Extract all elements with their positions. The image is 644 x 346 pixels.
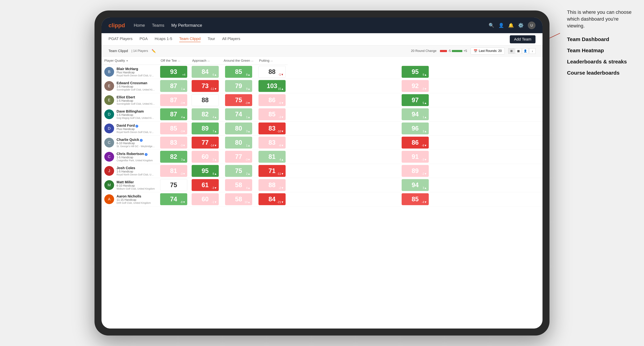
score-change: 1▲	[246, 116, 250, 119]
player-info: Elliot Ebert 1-5 Handicap Sunningdale Go…	[116, 95, 155, 105]
score-cell-off_tee: 73 -11▼	[189, 79, 221, 93]
sub-nav-tour[interactable]: Tour	[208, 36, 215, 42]
score-change: 1▲	[246, 144, 250, 147]
team-name: Team Clippd	[108, 49, 128, 53]
score-box: 82 4▲	[192, 108, 219, 120]
table-row[interactable]: B Blair McHarg Plus Handicap Royal North…	[102, 65, 542, 79]
sort-arrow-green[interactable]: —	[251, 59, 254, 62]
score-cell-around_green: 85 -3▼	[256, 107, 288, 121]
player-avatar: M	[104, 180, 114, 190]
search-icon[interactable]: 🔍	[488, 23, 494, 28]
sub-nav-allplayers[interactable]: All Players	[222, 36, 240, 42]
player-info: Dave Billingham 1-5 Handicap Gog Magog G…	[116, 109, 155, 119]
player-club: Royal North Devon Golf Club, United King…	[116, 173, 155, 176]
view-grid-button[interactable]: ⊞	[508, 48, 514, 54]
view-heatmap-button[interactable]: ▦	[515, 48, 522, 54]
player-avatar: C	[104, 138, 114, 148]
nav-link-teams[interactable]: Teams	[152, 23, 164, 28]
score-value: 74	[170, 195, 177, 203]
table-row[interactable]: E Edward Crossman 1-5 Handicap Sunningda…	[102, 79, 542, 93]
profile-icon[interactable]: 👤	[498, 23, 504, 28]
score-value: 103	[267, 82, 277, 90]
user-avatar[interactable]: U	[528, 21, 536, 29]
score-cell-putting: 85 -4▼	[288, 192, 542, 206]
nav-link-home[interactable]: Home	[134, 23, 145, 28]
score-value: 81	[268, 153, 276, 161]
view-user-button[interactable]: 👤	[522, 48, 528, 54]
table-row[interactable]: C Charlie Quick✓ 6-10 Handicap St. Georg…	[102, 136, 542, 150]
score-cell-off_tee: 61 -3▼	[189, 178, 221, 192]
score-change: 10▲	[244, 201, 250, 204]
sub-nav-teamclippd[interactable]: Team Clippd	[179, 36, 200, 42]
view-download-button[interactable]: ↓	[529, 48, 536, 54]
score-change: 3▲	[246, 130, 250, 133]
heatmap-table: Player Quality ▼ Off the Tee — Approach …	[102, 57, 542, 206]
player-club: Royal North Devon Golf Club, United King…	[116, 131, 155, 134]
score-cell-putting: 94 3▲	[288, 178, 542, 192]
last-rounds-button[interactable]: 📅 Last Rounds: 20	[470, 47, 505, 54]
score-value: 85	[412, 195, 418, 203]
score-change: -1▼	[278, 73, 284, 76]
player-handicap: Plus Handicap	[116, 71, 155, 74]
score-box: 77 -3▼	[225, 151, 252, 163]
player-info: Chris Robertson✓ 1-5 Handicap Craigmilla…	[116, 152, 155, 162]
score-change: 8▲	[212, 172, 217, 175]
score-value: 94	[412, 111, 418, 118]
edit-icon[interactable]: ✏️	[152, 49, 156, 53]
round-change-label: 20 Round Change	[411, 49, 436, 53]
score-box: 58 10▲	[225, 193, 252, 205]
score-box: 80 3▲	[225, 123, 252, 134]
table-row[interactable]: C Chris Robertson✓ 1-5 Handicap Craigmil…	[102, 150, 542, 164]
score-change: 4▲	[280, 158, 284, 161]
sort-arrow-approach[interactable]: —	[208, 59, 210, 62]
player-handicap: 11-15 Handicap	[116, 198, 155, 201]
bar-neg	[440, 50, 447, 52]
player-name: Josh Coles	[116, 166, 155, 170]
score-value: 61	[202, 181, 208, 189]
player-club: Gog Magog Golf Club, United Kingdom	[116, 117, 155, 119]
player-club: Craigmillar Park, United Kingdom	[116, 159, 155, 162]
sort-arrow-tee[interactable]: —	[178, 59, 180, 62]
add-team-button[interactable]: Add Team	[510, 35, 536, 43]
table-row[interactable]: D Dave Billingham 1-5 Handicap Gog Magog…	[102, 107, 542, 121]
score-cell-player_quality: 87 1▲	[158, 79, 189, 93]
table-row[interactable]: M Matt Miller 6-10 Handicap Woburn Golf …	[102, 178, 542, 192]
score-cell-around_green: 71 -11▼	[256, 164, 288, 178]
player-name: Elliot Ebert	[116, 95, 155, 99]
bell-icon[interactable]: 🔔	[508, 23, 514, 28]
sub-nav-hcaps[interactable]: Hcaps 1-5	[155, 36, 172, 42]
annotation-item-1: Team Dashboard	[567, 36, 634, 42]
player-cell-5: C Charlie Quick✓ 6-10 Handicap St. Georg…	[102, 136, 158, 150]
sort-arrow-putting[interactable]: —	[270, 59, 273, 62]
sub-nav-pga[interactable]: PGA	[140, 36, 148, 42]
nav-link-myperformance[interactable]: My Performance	[171, 23, 202, 28]
score-value: 94	[412, 181, 418, 189]
table-row[interactable]: A Aaron Nicholls 11-15 Handicap Drift Go…	[102, 192, 542, 206]
table-row[interactable]: E Elliot Ebert 1-5 Handicap Sunningdale …	[102, 93, 542, 107]
table-row[interactable]: J Josh Coles 1-5 Handicap Royal North De…	[102, 164, 542, 178]
score-value: 82	[202, 111, 208, 118]
score-cell-approach: 74 1▲	[221, 107, 256, 121]
view-buttons: ⊞ ▦ 👤 ↓	[508, 48, 536, 54]
score-box: 74 -8▼	[160, 193, 187, 205]
score-cell-putting: 94 1▲	[288, 107, 542, 121]
score-box: 58 4▲	[225, 179, 252, 191]
player-cell-7: J Josh Coles 1-5 Handicap Royal North De…	[102, 164, 158, 178]
col-approach: Approach —	[189, 57, 221, 65]
score-cell-player_quality: 93 +4	[158, 65, 189, 79]
settings-icon[interactable]: ⚙️	[518, 23, 524, 28]
score-value: 88	[202, 96, 208, 104]
score-cell-player_quality: 87 -3▼	[158, 93, 189, 107]
score-cell-player_quality: 74 -8▼	[158, 192, 189, 206]
player-cell-1: E Edward Crossman 1-5 Handicap Sunningda…	[102, 79, 158, 93]
sub-nav-pgat[interactable]: PGAT Players	[108, 36, 132, 42]
sort-arrow[interactable]: ▼	[126, 59, 128, 62]
score-box: 85 -4▼	[402, 193, 429, 205]
player-handicap: 1-5 Handicap	[116, 170, 155, 173]
score-value: 95	[412, 68, 418, 75]
score-cell-player_quality: 83 -3▼	[158, 136, 189, 150]
score-value: 58	[235, 195, 242, 203]
table-row[interactable]: D David Ford✓ Plus Handicap Royal North …	[102, 121, 542, 136]
pos-label: +5	[464, 49, 467, 53]
score-box: 81 -3▼	[160, 165, 187, 177]
